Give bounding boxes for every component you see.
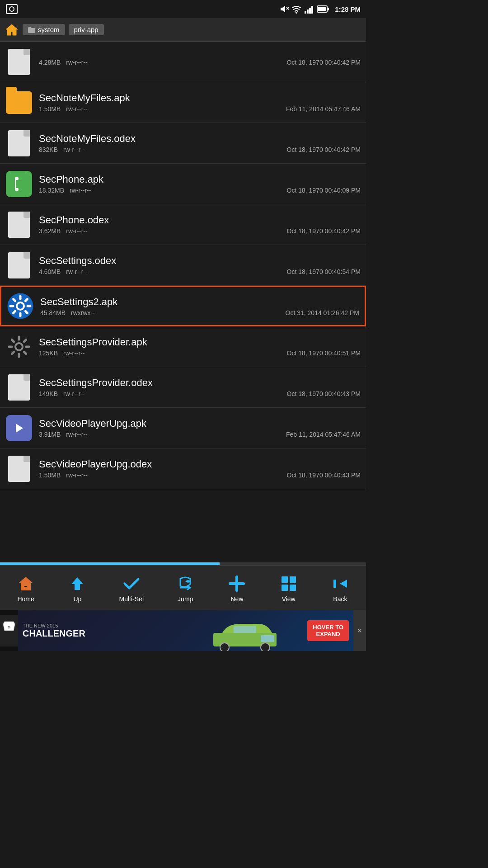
- file-permissions: rwxrwx--: [71, 309, 95, 316]
- file-icon-f2: [5, 89, 33, 116]
- file-item[interactable]: 4.28MB rw-r--r-- Oct 18, 1970 00:40:42 P…: [0, 42, 366, 82]
- signal-icon: [304, 4, 314, 14]
- svg-rect-7: [307, 9, 309, 14]
- ad-cta[interactable]: HOVER TOEXPAND: [307, 620, 349, 641]
- file-date: Oct 31, 2014 01:26:42 PM: [286, 309, 359, 316]
- battery-icon: [317, 4, 329, 14]
- file-icon-f6: [5, 252, 33, 279]
- file-date: Feb 11, 2014 05:47:46 AM: [286, 105, 361, 113]
- svg-text:D: D: [8, 625, 10, 629]
- breadcrumb-system[interactable]: system: [23, 24, 65, 35]
- file-name: SecNoteMyFiles.apk: [39, 92, 361, 104]
- status-bar: 1:28 PM: [0, 0, 366, 18]
- file-date: Oct 18, 1970 00:40:51 PM: [287, 349, 361, 357]
- svg-rect-9: [311, 6, 313, 14]
- file-item[interactable]: SecSettingsProvider.odex 149KB rw-r--r--…: [0, 367, 366, 408]
- back-nav-icon: [330, 574, 350, 594]
- file-info-f3: SecNoteMyFiles.odex 832KB rw-r--r-- Oct …: [39, 133, 361, 153]
- nav-multisel-label: Multi-Sel: [119, 595, 144, 603]
- file-meta: 4.28MB rw-r--r-- Oct 18, 1970 00:40:42 P…: [39, 59, 361, 66]
- file-permissions: rw-r--r--: [70, 187, 91, 194]
- file-size: 4.60MB: [39, 268, 61, 275]
- file-item[interactable]: SecVideoPlayerUpg.odex 1.50MB rw-r--r-- …: [0, 448, 366, 489]
- svg-line-22: [13, 299, 15, 301]
- file-date: Oct 18, 1970 00:40:43 PM: [287, 390, 361, 397]
- file-item[interactable]: SecSettings2.apk 45.84MB rwxrwx-- Oct 31…: [0, 286, 366, 326]
- file-name: SecNoteMyFiles.odex: [39, 133, 361, 145]
- home-nav-icon: [16, 574, 36, 594]
- home-breadcrumb-icon: [5, 23, 19, 37]
- file-size: 3.62MB: [39, 227, 61, 235]
- file-name: SecVideoPlayerUpg.apk: [39, 418, 361, 429]
- file-icon-f8: [5, 333, 33, 360]
- file-item[interactable]: SecVideoPlayerUpg.apk 3.91MB rw-r--r-- F…: [0, 408, 366, 448]
- svg-rect-44: [282, 585, 288, 591]
- svg-point-5: [296, 12, 297, 14]
- file-name: SecSettingsProvider.odex: [39, 377, 361, 389]
- file-meta: 45.84MB rwxrwx-- Oct 31, 2014 01:26:42 P…: [40, 309, 359, 316]
- svg-line-18: [25, 311, 27, 313]
- car-silhouette: [209, 619, 281, 651]
- file-name: SecVideoPlayerUpg.odex: [39, 458, 361, 470]
- file-size: 45.84MB: [40, 309, 66, 316]
- nav-back-label: Back: [333, 595, 347, 603]
- file-meta: 149KB rw-r--r-- Oct 18, 1970 00:40:43 PM: [39, 390, 361, 397]
- file-item[interactable]: SecNoteMyFiles.apk 1.50MB rw-r--r-- Feb …: [0, 82, 366, 123]
- file-permissions: rw-r--r--: [63, 349, 84, 357]
- file-info-f9: SecSettingsProvider.odex 149KB rw-r--r--…: [39, 377, 361, 397]
- ad-title: THE NEW 2015: [23, 623, 85, 628]
- breadcrumb-home-icon[interactable]: [5, 23, 19, 37]
- file-permissions: rw-r--r--: [66, 59, 87, 66]
- svg-rect-38: [23, 587, 28, 590]
- nav-up-label: Up: [73, 595, 81, 603]
- nav-home-label: Home: [17, 595, 34, 603]
- breadcrumb-privapp[interactable]: priv-app: [69, 24, 104, 35]
- file-meta: 1.50MB rw-r--r-- Feb 11, 2014 05:47:46 A…: [39, 105, 361, 113]
- file-info-f8: SecSettingsProvider.apk 125KB rw-r--r-- …: [39, 336, 361, 357]
- nav-up[interactable]: Up: [67, 574, 87, 603]
- ad-image[interactable]: THE NEW 2015 CHALLENGER HOVER TOEXPAND: [18, 610, 353, 651]
- svg-rect-0: [6, 5, 17, 14]
- file-date: Oct 18, 1970 00:40:54 PM: [287, 268, 361, 275]
- file-info-f6: SecSettings.odex 4.60MB rw-r--r-- Oct 18…: [39, 255, 361, 275]
- nav-new[interactable]: New: [227, 574, 247, 603]
- file-item[interactable]: SecSettings.odex 4.60MB rw-r--r-- Oct 18…: [0, 245, 366, 286]
- file-info-f4: SecPhone.apk 18.32MB rw-r--r-- Oct 18, 1…: [39, 174, 361, 194]
- file-date: Oct 18, 1970 00:40:42 PM: [287, 59, 361, 66]
- file-item[interactable]: SecPhone.apk 18.32MB rw-r--r-- Oct 18, 1…: [0, 164, 366, 204]
- file-meta: 4.60MB rw-r--r-- Oct 18, 1970 00:40:54 P…: [39, 268, 361, 275]
- file-meta: 3.62MB rw-r--r-- Oct 18, 1970 00:40:42 P…: [39, 227, 361, 235]
- nav-multisel[interactable]: Multi-Sel: [119, 574, 144, 603]
- svg-rect-53: [261, 635, 274, 642]
- file-list[interactable]: 4.28MB rw-r--r-- Oct 18, 1970 00:40:42 P…: [0, 42, 366, 565]
- file-name: SecSettingsProvider.apk: [39, 336, 361, 348]
- svg-line-20: [13, 311, 15, 313]
- svg-point-27: [16, 344, 22, 349]
- new-nav-icon: [227, 574, 247, 594]
- file-permissions: rw-r--r--: [66, 268, 87, 275]
- nav-jump[interactable]: Jump: [175, 574, 195, 603]
- file-info-f7: SecSettings2.apk 45.84MB rwxrwx-- Oct 31…: [40, 296, 359, 316]
- file-date: Oct 18, 1970 00:40:09 PM: [287, 187, 361, 194]
- file-icon-f10: [5, 415, 33, 442]
- file-item[interactable]: SecPhone.odex 3.62MB rw-r--r-- Oct 18, 1…: [0, 204, 366, 245]
- file-permissions: rw-r--r--: [66, 105, 87, 113]
- svg-rect-6: [305, 11, 306, 14]
- file-permissions: rw-r--r--: [66, 227, 87, 235]
- file-info-f5: SecPhone.odex 3.62MB rw-r--r-- Oct 18, 1…: [39, 214, 361, 235]
- file-item[interactable]: SecNoteMyFiles.odex 832KB rw-r--r-- Oct …: [0, 123, 366, 164]
- nav-back[interactable]: Back: [330, 574, 350, 603]
- dodge-logo-icon: D: [2, 619, 16, 642]
- ad-close-button[interactable]: ✕: [353, 610, 366, 651]
- file-icon-f3: [5, 130, 33, 157]
- nav-home[interactable]: Home: [16, 574, 36, 603]
- nav-view[interactable]: View: [279, 574, 299, 603]
- file-date: Oct 18, 1970 00:40:42 PM: [287, 227, 361, 235]
- file-date: Feb 11, 2014 05:47:46 AM: [286, 431, 361, 438]
- file-name: SecPhone.odex: [39, 214, 361, 226]
- folder-icon-small: [28, 27, 35, 33]
- status-time: 1:28 PM: [335, 5, 361, 13]
- close-icon: ✕: [357, 627, 362, 634]
- file-item[interactable]: SecSettingsProvider.apk 125KB rw-r--r-- …: [0, 326, 366, 367]
- file-permissions: rw-r--r--: [63, 146, 84, 153]
